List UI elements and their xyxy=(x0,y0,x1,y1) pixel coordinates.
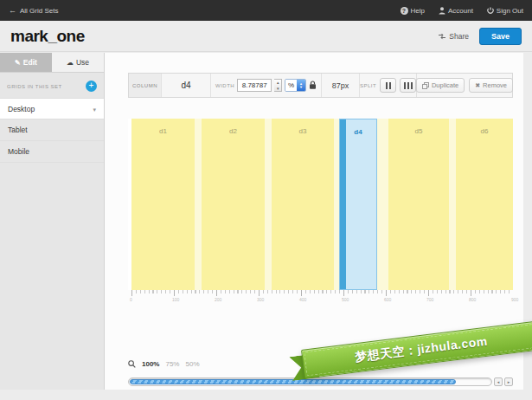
share-icon xyxy=(438,33,446,40)
power-icon xyxy=(487,7,494,15)
split-in-two-button[interactable] xyxy=(380,78,396,93)
help-link[interactable]: ? Help xyxy=(401,7,425,15)
pencil-icon: ✎ xyxy=(15,59,21,67)
tab-use[interactable]: ☁ Use xyxy=(52,53,104,72)
split-label: SPLIT xyxy=(360,83,376,88)
back-to-grid-sets-link[interactable]: ← All Grid Sets xyxy=(9,6,58,15)
back-link-label: All Grid Sets xyxy=(20,7,58,15)
grid-column-d5[interactable]: d5 xyxy=(388,119,449,290)
column-label: d5 xyxy=(388,127,449,135)
column-label: d1 xyxy=(131,127,195,135)
chevron-down-icon[interactable]: ▾ xyxy=(93,99,96,120)
zoom-level-75[interactable]: 75% xyxy=(165,360,179,368)
sidebar-item-tablet[interactable]: Tablet xyxy=(0,119,104,141)
remove-label: Remove xyxy=(483,81,507,89)
tab-use-label: Use xyxy=(76,58,89,67)
unit-select[interactable]: % ▲▼ xyxy=(285,79,306,92)
grid-list: Desktop ▾ Tablet Mobile xyxy=(0,98,104,163)
remove-icon: ✖ xyxy=(475,82,480,89)
sidebar-item-label: Tablet xyxy=(8,126,28,134)
gridset-app: ← All Grid Sets ? Help Account Sign Out xyxy=(0,0,532,400)
pixel-width-value: 87px xyxy=(322,74,360,97)
grids-section-label: GRIDS IN THIS SET xyxy=(7,84,62,89)
column-label: COLUMN xyxy=(129,74,162,97)
width-label: WIDTH xyxy=(215,83,234,88)
grid-column-d2[interactable]: d2 xyxy=(202,119,265,290)
back-arrow-icon: ← xyxy=(9,6,16,15)
header-actions: Share Save xyxy=(438,28,522,45)
ruler-label: 900 xyxy=(511,297,518,302)
account-icon xyxy=(439,7,445,15)
unit-value: % xyxy=(285,80,297,91)
account-label: Account xyxy=(448,7,473,15)
grid-gutter xyxy=(449,119,456,290)
help-label: Help xyxy=(411,7,425,15)
lock-icon[interactable] xyxy=(309,81,317,90)
horizontal-scrollbar: ◂ ▸ xyxy=(128,377,513,386)
sidebar-item-mobile[interactable]: Mobile xyxy=(0,141,104,163)
duplicate-button[interactable]: Duplicate xyxy=(416,78,465,93)
stepper-down-icon[interactable]: ▾ xyxy=(274,86,281,92)
sidebar: ✎ Edit ☁ Use GRIDS IN THIS SET + Desktop… xyxy=(0,53,105,390)
signout-link[interactable]: Sign Out xyxy=(487,7,523,15)
save-button[interactable]: Save xyxy=(479,28,522,45)
column-actions: Duplicate ✖ Remove xyxy=(417,74,512,97)
content: ✎ Edit ☁ Use GRIDS IN THIS SET + Desktop… xyxy=(0,53,532,390)
sidebar-item-label: Desktop xyxy=(8,105,35,113)
ruler-label: 400 xyxy=(299,297,306,302)
grid-gutter xyxy=(377,119,388,290)
scroll-right-button[interactable]: ▸ xyxy=(504,377,513,386)
selected-column-name: d4 xyxy=(162,74,211,97)
duplicate-icon xyxy=(422,82,429,89)
column-toolbar: COLUMN d4 WIDTH ▴▾ % ▲▼ 87px SPLIT xyxy=(128,73,513,98)
account-link[interactable]: Account xyxy=(439,7,473,15)
sidebar-tabs: ✎ Edit ☁ Use xyxy=(0,53,104,73)
scroll-left-button[interactable]: ◂ xyxy=(494,377,503,386)
zoom-level-50[interactable]: 50% xyxy=(185,360,199,368)
remove-button[interactable]: ✖ Remove xyxy=(469,78,513,93)
width-controls: WIDTH ▴▾ % ▲▼ xyxy=(211,74,322,97)
magnifier-icon xyxy=(128,360,136,368)
scrollbar-track[interactable] xyxy=(128,377,492,386)
zoom-controls: 100% 75% 50% xyxy=(128,360,200,368)
ruler-label: 100 xyxy=(172,297,179,302)
ruler-label: 200 xyxy=(215,297,221,302)
grid-gutter xyxy=(265,119,272,290)
top-bar: ← All Grid Sets ? Help Account Sign Out xyxy=(0,0,532,21)
share-button[interactable]: Share xyxy=(438,32,469,41)
topbar-right: ? Help Account Sign Out xyxy=(401,7,524,15)
sidebar-item-desktop[interactable]: Desktop ▾ xyxy=(0,98,104,119)
duplicate-label: Duplicate xyxy=(432,81,458,89)
column-label: d2 xyxy=(202,127,265,135)
grids-section-header: GRIDS IN THIS SET + xyxy=(0,73,104,98)
column-label: d4 xyxy=(340,128,376,136)
add-grid-button[interactable]: + xyxy=(86,81,97,92)
grid-column-d3[interactable]: d3 xyxy=(272,119,334,290)
grid-columns: d1d2d3d4d5d6 xyxy=(128,119,513,290)
page-title: mark_one xyxy=(10,27,85,46)
share-label: Share xyxy=(449,32,469,41)
cloud-icon: ☁ xyxy=(67,59,74,67)
zoom-level-100[interactable]: 100% xyxy=(142,360,159,368)
ruler-label: 0 xyxy=(130,297,132,302)
sidebar-item-label: Mobile xyxy=(8,147,29,156)
grid-column-d4[interactable]: d4 xyxy=(339,119,377,290)
width-stepper[interactable]: ▴▾ xyxy=(274,79,282,92)
unit-select-arrows-icon: ▲▼ xyxy=(297,80,305,91)
ruler-label: 700 xyxy=(426,297,433,302)
grid-column-d1[interactable]: d1 xyxy=(131,119,195,290)
split-in-three-button[interactable] xyxy=(400,78,416,93)
tab-edit-label: Edit xyxy=(23,58,37,67)
width-input[interactable] xyxy=(237,79,272,92)
column-label: d3 xyxy=(272,127,334,135)
main-panel: COLUMN d4 WIDTH ▴▾ % ▲▼ 87px SPLIT xyxy=(105,53,523,390)
split-controls: SPLIT xyxy=(360,74,417,97)
grid-column-d6[interactable]: d6 xyxy=(456,119,513,290)
tab-edit[interactable]: ✎ Edit xyxy=(0,53,52,72)
column-resize-handle[interactable] xyxy=(340,119,346,289)
grid-canvas: d1d2d3d4d5d6 010020030040050060070080090… xyxy=(128,119,513,303)
signout-label: Sign Out xyxy=(497,7,523,15)
ruler-label: 800 xyxy=(469,297,476,302)
scrollbar-thumb[interactable] xyxy=(130,379,456,384)
ruler-label: 300 xyxy=(257,297,264,302)
